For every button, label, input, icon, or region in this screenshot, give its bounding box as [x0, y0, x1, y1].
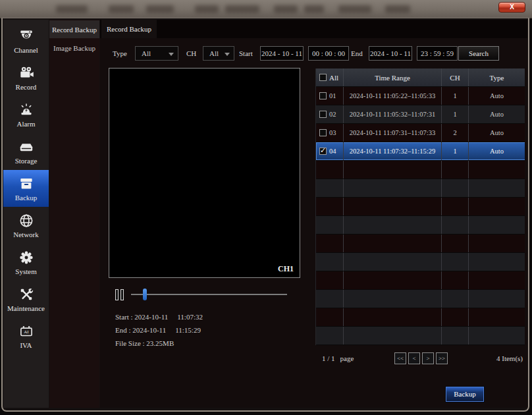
row-select-cell[interactable]: 03 [316, 124, 344, 142]
end-date-field[interactable]: 2024 - 10 - 11 [369, 46, 412, 61]
row-ch [442, 327, 469, 345]
blurred-menu-item [385, 5, 410, 13]
row-type: Auto [469, 87, 525, 105]
row-type [469, 235, 525, 252]
row-number: 02 [329, 111, 336, 118]
row-checkbox[interactable] [319, 92, 327, 99]
row-select-cell [316, 161, 344, 179]
row-type: Auto [469, 142, 525, 160]
row-time-range [344, 235, 442, 252]
row-type [469, 327, 525, 345]
sidebar-item-channel[interactable]: Channel [3, 22, 49, 59]
blurred-menu-item [146, 5, 174, 13]
type-dropdown[interactable]: All [135, 46, 178, 61]
first-page-button[interactable]: << [394, 352, 406, 364]
blurred-menu-item [56, 5, 88, 13]
row-type [469, 179, 525, 197]
sidebar-item-alarm[interactable]: Alarm [3, 96, 49, 133]
row-select-cell[interactable]: 02 [316, 105, 344, 123]
chevron-down-icon [225, 53, 230, 56]
row-time-range [344, 271, 442, 289]
pause-icon[interactable] [115, 289, 125, 300]
sidebar-item-label: Maintenance [7, 304, 45, 312]
row-checkbox[interactable]: ✓ [319, 148, 327, 155]
table-row-04[interactable]: ✓042024-10-11 11:07:32–11:15:291Auto [316, 142, 525, 161]
close-button[interactable]: X [498, 2, 525, 13]
sidebar-item-backup[interactable]: Backup [3, 170, 49, 207]
backup-button[interactable]: Backup [446, 387, 484, 402]
sidebar-item-network[interactable]: Network [3, 207, 49, 244]
start-time-field[interactable]: 00 : 00 : 00 [308, 46, 349, 61]
type-label: Type [113, 49, 127, 57]
table-row-empty [316, 235, 525, 253]
table-header: All Time Range CH Type [316, 69, 525, 87]
sidebar-item-label: Record [16, 83, 37, 91]
table-row-empty [316, 198, 525, 216]
prev-page-button[interactable]: < [408, 352, 420, 364]
row-ch [442, 271, 469, 289]
row-time-range: 2024-10-11 11:05:32–11:07:31 [344, 105, 442, 123]
row-select-cell [316, 216, 344, 234]
siren-icon [18, 101, 35, 119]
next-page-button[interactable]: > [422, 352, 434, 364]
table-row-empty [316, 179, 525, 198]
row-select-cell [316, 327, 344, 345]
results-table: All Time Range CH Type 012024-10-11 11:0… [315, 69, 525, 345]
sidebar-item-label: IVA [20, 341, 32, 349]
tools-icon [18, 286, 35, 303]
row-type [469, 308, 525, 326]
sidebar-item-system[interactable]: System [3, 244, 49, 281]
tab-record-backup[interactable]: Record Backup [101, 20, 157, 38]
row-time-range [344, 179, 442, 197]
row-number: 04 [329, 148, 336, 155]
archive-box-icon [18, 175, 35, 192]
playback-slider-handle[interactable] [143, 289, 147, 300]
row-ch [442, 198, 469, 215]
channel-overlay-label: CH1 [278, 264, 294, 274]
blurred-menu-item [109, 5, 134, 13]
gear-icon [18, 249, 35, 266]
type-dropdown-value: All [142, 49, 151, 57]
blurred-menu-item [274, 5, 298, 13]
table-row-02[interactable]: 022024-10-11 11:05:32–11:07:311Auto [316, 105, 525, 124]
hard-drive-icon [18, 138, 35, 155]
submenu-item-image-backup[interactable]: Image Backup [49, 39, 99, 57]
table-row-empty [316, 308, 525, 327]
row-select-cell[interactable]: 01 [316, 87, 344, 105]
row-checkbox[interactable] [319, 129, 327, 136]
header-time-range: Time Range [344, 69, 442, 86]
tab-bar: Record Backup [100, 20, 527, 38]
app-window: ChannelRecordAlarmStorageBackupNetworkSy… [1, 17, 529, 412]
row-select-cell[interactable]: ✓04 [316, 142, 344, 160]
table-row-01[interactable]: 012024-10-11 11:05:22–11:05:331Auto [316, 87, 525, 105]
content-area: Record Backup Type All CH All Start 2024… [100, 20, 527, 408]
sidebar-item-record[interactable]: Record [3, 59, 49, 96]
search-button[interactable]: Search [458, 46, 499, 61]
table-row-empty [316, 271, 525, 290]
row-type [469, 271, 525, 289]
checkmark-icon: ✓ [320, 147, 326, 154]
sidebar-item-iva[interactable]: AIIVA [3, 318, 49, 354]
window-titlebar: X [0, 0, 532, 18]
video-camera-icon [18, 65, 35, 82]
end-time-field[interactable]: 23 : 59 : 59 [417, 46, 458, 61]
row-ch: 2 [442, 124, 469, 142]
row-type [469, 253, 525, 271]
row-checkbox[interactable] [319, 111, 327, 118]
iva-device-icon: AI [18, 323, 35, 340]
header-ch: CH [442, 69, 469, 86]
sidebar-item-maintenance[interactable]: Maintenance [3, 281, 49, 318]
row-ch [442, 235, 469, 252]
row-time-range [344, 216, 442, 234]
sidebar-item-storage[interactable]: Storage [3, 133, 49, 170]
header-all-label: All [329, 74, 338, 82]
row-ch: 1 [442, 105, 469, 123]
last-page-button[interactable]: >> [436, 352, 448, 364]
select-all-checkbox[interactable] [319, 74, 327, 81]
start-date-field[interactable]: 2024 - 10 - 11 [260, 46, 304, 61]
playback-slider[interactable] [131, 289, 287, 300]
row-time-range [344, 327, 442, 345]
submenu-item-record-backup[interactable]: Record Backup [49, 20, 99, 38]
table-row-03[interactable]: 032024-10-11 11:07:31–11:07:332Auto [316, 124, 525, 142]
ch-dropdown[interactable]: All [203, 46, 234, 61]
